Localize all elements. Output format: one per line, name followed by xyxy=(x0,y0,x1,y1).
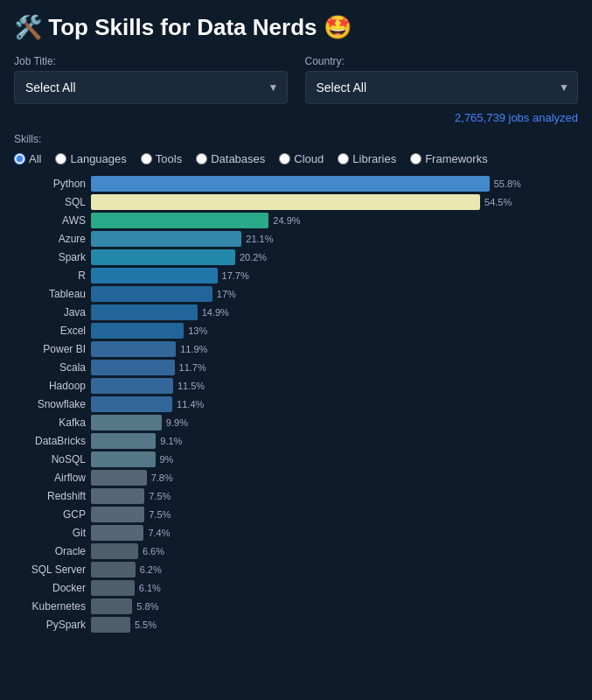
bar-label: Git xyxy=(14,527,86,539)
table-row: Scala11.7% xyxy=(14,360,578,375)
bar-fill xyxy=(91,360,175,375)
bar-label: Excel xyxy=(14,325,86,337)
bar-fill xyxy=(91,525,143,541)
bar-fill xyxy=(91,268,218,284)
bar-fill xyxy=(91,507,144,522)
bar-label: Kubernetes xyxy=(14,600,86,612)
filter-databases-label: Databases xyxy=(211,152,265,165)
bar-value-label: 24.9% xyxy=(273,215,300,226)
bar-value-label: 11.4% xyxy=(177,399,204,410)
filter-all[interactable]: All xyxy=(14,152,41,165)
bar-container: 11.9% xyxy=(91,341,578,357)
bar-fill xyxy=(91,304,198,320)
filter-frameworks[interactable]: Frameworks xyxy=(410,152,488,165)
bar-label: PySpark xyxy=(14,619,86,631)
table-row: Kubernetes5.8% xyxy=(14,598,578,614)
table-row: SQL54.5% xyxy=(14,194,578,210)
bar-value-label: 11.9% xyxy=(180,344,207,354)
table-row: Oracle6.6% xyxy=(14,543,578,559)
filters-row: Job Title: Select All ▼ Country: Select … xyxy=(14,55,578,104)
table-row: DataBricks9.1% xyxy=(14,433,578,449)
bar-value-label: 9.9% xyxy=(166,417,188,428)
table-row: Docker6.1% xyxy=(14,580,578,596)
bar-value-label: 55.8% xyxy=(494,178,521,189)
bar-container: 9.1% xyxy=(91,433,578,449)
bar-fill xyxy=(91,231,241,247)
bar-container: 14.9% xyxy=(91,304,578,320)
bar-value-label: 17.7% xyxy=(222,270,249,281)
bar-container: 17% xyxy=(91,286,578,302)
filter-tools[interactable]: Tools xyxy=(141,152,182,165)
bar-label: AWS xyxy=(14,214,86,227)
bar-fill xyxy=(91,323,184,339)
bar-fill xyxy=(91,249,235,265)
bar-container: 11.5% xyxy=(91,378,578,394)
bar-value-label: 9.1% xyxy=(160,436,182,446)
bar-container: 55.8% xyxy=(91,176,578,192)
job-title-select[interactable]: Select All xyxy=(14,71,288,104)
bar-container: 6.1% xyxy=(91,580,578,596)
bar-container: 7.4% xyxy=(91,525,578,541)
filter-libraries[interactable]: Libraries xyxy=(338,152,396,165)
bar-container: 6.6% xyxy=(91,543,578,559)
skill-filter-group: AllLanguagesToolsDatabasesCloudLibraries… xyxy=(14,152,578,165)
bar-label: Tableau xyxy=(14,288,86,300)
bar-value-label: 5.5% xyxy=(135,620,157,630)
bar-container: 11.4% xyxy=(91,396,578,412)
bar-value-label: 7.5% xyxy=(149,509,171,520)
bar-value-label: 54.5% xyxy=(484,197,512,207)
bar-value-label: 21.1% xyxy=(246,234,273,244)
bar-fill xyxy=(91,452,156,467)
filter-databases[interactable]: Databases xyxy=(196,152,265,165)
bar-label: Java xyxy=(14,306,86,318)
bar-label: Kafka xyxy=(14,416,86,429)
bar-label: Docker xyxy=(14,582,86,594)
table-row: Tableau17% xyxy=(14,286,578,302)
table-row: Power BI11.9% xyxy=(14,341,578,357)
bar-value-label: 6.6% xyxy=(143,546,164,556)
bar-label: Hadoop xyxy=(14,380,86,392)
filter-cloud[interactable]: Cloud xyxy=(279,152,324,165)
table-row: Hadoop11.5% xyxy=(14,378,578,394)
filter-tools-label: Tools xyxy=(156,152,182,165)
filter-cloud-label: Cloud xyxy=(294,152,324,165)
job-title-label: Job Title: xyxy=(14,55,288,67)
bar-label: Snowflake xyxy=(14,398,86,410)
table-row: Airflow7.8% xyxy=(14,470,578,486)
bar-label: R xyxy=(14,270,86,282)
country-select[interactable]: Select All xyxy=(305,71,579,104)
table-row: Python55.8% xyxy=(14,176,578,192)
job-title-select-wrapper: Select All ▼ xyxy=(14,71,288,104)
bar-value-label: 5.8% xyxy=(136,601,158,612)
bar-fill xyxy=(91,194,480,210)
job-title-group: Job Title: Select All ▼ xyxy=(14,55,288,104)
bar-value-label: 20.2% xyxy=(240,252,267,262)
bar-container: 7.5% xyxy=(91,488,578,504)
table-row: Java14.9% xyxy=(14,304,578,320)
bar-fill xyxy=(91,433,156,449)
bar-value-label: 11.7% xyxy=(179,362,206,373)
bar-container: 21.1% xyxy=(91,231,578,247)
bar-label: DataBricks xyxy=(14,435,86,447)
bar-label: Oracle xyxy=(14,545,86,557)
bar-value-label: 9% xyxy=(160,454,174,465)
bar-fill xyxy=(91,396,172,412)
bar-value-label: 6.2% xyxy=(140,564,162,575)
bar-label: GCP xyxy=(14,508,86,521)
table-row: Git7.4% xyxy=(14,525,578,541)
table-row: Spark20.2% xyxy=(14,249,578,265)
bar-value-label: 7.8% xyxy=(151,472,173,483)
skills-label: Skills: xyxy=(14,133,578,145)
chart-area: Python55.8%SQL54.5%AWS24.9%Azure21.1%Spa… xyxy=(14,176,578,633)
bar-container: 7.5% xyxy=(91,507,578,522)
table-row: Azure21.1% xyxy=(14,231,578,247)
bar-container: 7.8% xyxy=(91,470,578,486)
filter-languages[interactable]: Languages xyxy=(55,152,126,165)
table-row: AWS24.9% xyxy=(14,213,578,228)
bar-fill xyxy=(91,213,268,228)
bar-label: Airflow xyxy=(14,472,86,484)
bar-container: 9.9% xyxy=(91,415,578,430)
table-row: Redshift7.5% xyxy=(14,488,578,504)
bar-container: 5.5% xyxy=(91,617,578,633)
bar-value-label: 13% xyxy=(188,326,207,336)
